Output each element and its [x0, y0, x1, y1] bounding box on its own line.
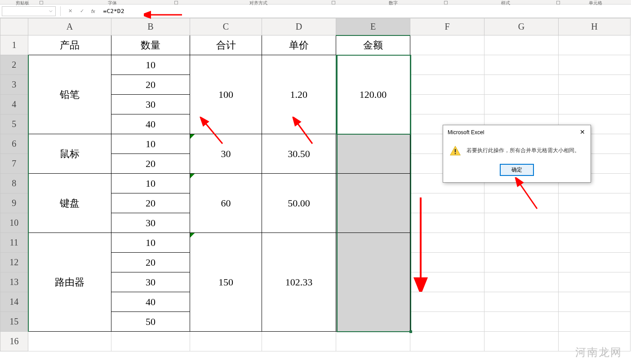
cell[interactable] — [484, 253, 559, 272]
cell[interactable] — [410, 233, 484, 253]
dialog-close-button[interactable]: ✕ — [579, 129, 586, 136]
cell[interactable] — [559, 312, 631, 332]
cell[interactable] — [484, 193, 559, 213]
cell-amount-active[interactable]: 120.00 — [336, 55, 410, 134]
cell-qty[interactable]: 10 — [111, 134, 190, 154]
cell[interactable] — [484, 95, 559, 114]
name-box[interactable] — [2, 6, 56, 16]
cell[interactable] — [410, 272, 484, 292]
cell-qty[interactable]: 30 — [111, 213, 190, 233]
cell-e1[interactable]: 金额 — [336, 35, 410, 55]
col-header-c[interactable]: C — [190, 18, 262, 35]
cell[interactable] — [410, 332, 484, 351]
cell-amount[interactable] — [336, 134, 410, 174]
cell-b1[interactable]: 数量 — [111, 35, 190, 55]
col-header-g[interactable]: G — [484, 18, 559, 35]
row-header[interactable]: 8 — [0, 174, 28, 193]
row-header[interactable]: 1 — [0, 35, 28, 55]
cell-product[interactable]: 路由器 — [28, 233, 111, 332]
cell-product[interactable]: 鼠标 — [28, 134, 111, 174]
col-header-e[interactable]: E — [336, 18, 410, 35]
cell[interactable] — [559, 253, 631, 272]
cell[interactable] — [484, 292, 559, 312]
row-header[interactable]: 12 — [0, 253, 28, 272]
row-header[interactable]: 13 — [0, 272, 28, 292]
cell[interactable] — [410, 95, 484, 114]
cell-qty[interactable]: 40 — [111, 114, 190, 134]
cell[interactable] — [410, 213, 484, 233]
cell[interactable] — [190, 332, 262, 351]
cell[interactable] — [484, 233, 559, 253]
cell-a1[interactable]: 产品 — [28, 35, 111, 55]
cell[interactable] — [111, 332, 190, 351]
cell[interactable] — [559, 55, 631, 75]
cell[interactable] — [484, 35, 559, 55]
cell-product[interactable]: 铅笔 — [28, 55, 111, 134]
cell-qty[interactable]: 10 — [111, 233, 190, 253]
cell[interactable] — [484, 75, 559, 95]
cell[interactable] — [484, 332, 559, 351]
cell-price[interactable]: 1.20 — [262, 55, 336, 134]
cell-qty[interactable]: 20 — [111, 75, 190, 95]
cell-price[interactable]: 30.50 — [262, 134, 336, 174]
formula-input[interactable] — [100, 6, 629, 16]
row-header[interactable]: 2 — [0, 55, 28, 75]
row-header[interactable]: 11 — [0, 233, 28, 253]
cell-sum[interactable]: 60 — [190, 174, 262, 233]
row-header[interactable]: 9 — [0, 193, 28, 213]
cell[interactable] — [336, 332, 410, 351]
cell[interactable] — [559, 272, 631, 292]
cell-qty[interactable]: 20 — [111, 193, 190, 213]
cell[interactable] — [28, 332, 111, 351]
row-header[interactable]: 5 — [0, 114, 28, 134]
cell[interactable] — [559, 233, 631, 253]
cell-qty[interactable]: 10 — [111, 174, 190, 193]
fx-button[interactable]: fx — [89, 9, 98, 14]
row-header[interactable]: 14 — [0, 292, 28, 312]
cell-amount[interactable] — [336, 233, 410, 332]
cell[interactable] — [410, 35, 484, 55]
col-header-d[interactable]: D — [262, 18, 336, 35]
cell[interactable] — [559, 75, 631, 95]
row-header[interactable]: 16 — [0, 332, 28, 351]
cell[interactable] — [559, 95, 631, 114]
cell-qty[interactable]: 30 — [111, 95, 190, 114]
cell-qty[interactable]: 20 — [111, 253, 190, 272]
row-header[interactable]: 6 — [0, 134, 28, 154]
row-header[interactable]: 10 — [0, 213, 28, 233]
cell[interactable] — [484, 55, 559, 75]
spreadsheet-grid[interactable]: A B C D E F G H 1 产品 数量 合计 单价 金额 2 铅笔 10… — [0, 18, 631, 351]
cell-c1[interactable]: 合计 — [190, 35, 262, 55]
row-header[interactable]: 4 — [0, 95, 28, 114]
cell[interactable] — [484, 272, 559, 292]
cell-amount[interactable] — [336, 174, 410, 233]
cell-sum[interactable]: 30 — [190, 134, 262, 174]
accept-formula-button[interactable]: ✓ — [77, 6, 87, 16]
cell[interactable] — [484, 213, 559, 233]
cell[interactable] — [262, 332, 336, 351]
row-header[interactable]: 15 — [0, 312, 28, 332]
cell-price[interactable]: 102.33 — [262, 233, 336, 332]
row-header[interactable]: 7 — [0, 154, 28, 174]
cell-d1[interactable]: 单价 — [262, 35, 336, 55]
col-header-a[interactable]: A — [28, 18, 111, 35]
cell-price[interactable]: 50.00 — [262, 174, 336, 233]
cell[interactable] — [559, 193, 631, 213]
cell-qty[interactable]: 40 — [111, 292, 190, 312]
cell[interactable] — [410, 292, 484, 312]
cell[interactable] — [410, 55, 484, 75]
col-header-b[interactable]: B — [111, 18, 190, 35]
cell[interactable] — [484, 312, 559, 332]
cell-sum[interactable]: 100 — [190, 55, 262, 134]
cell-sum[interactable]: 150 — [190, 233, 262, 332]
row-header[interactable]: 3 — [0, 75, 28, 95]
cell[interactable] — [410, 312, 484, 332]
cell[interactable] — [559, 213, 631, 233]
col-header-f[interactable]: F — [410, 18, 484, 35]
cell-qty[interactable]: 30 — [111, 272, 190, 292]
cell-qty[interactable]: 20 — [111, 154, 190, 174]
col-header-h[interactable]: H — [559, 18, 631, 35]
cell[interactable] — [410, 193, 484, 213]
select-all-corner[interactable] — [0, 18, 28, 35]
cell[interactable] — [559, 35, 631, 55]
